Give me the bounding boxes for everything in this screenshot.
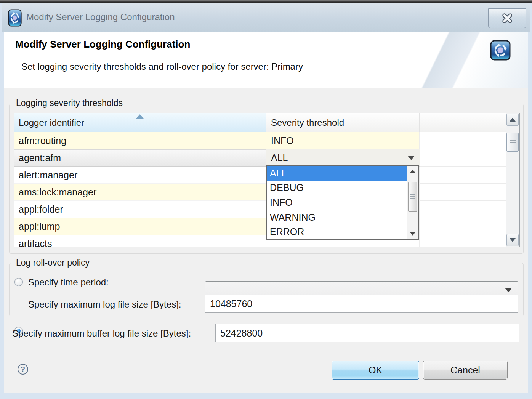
dialog-header: Modify Server Logging Configuration Set …: [4, 32, 528, 88]
dialog-content: Modify Server Logging Configuration Set …: [4, 32, 528, 393]
table-scrollbar[interactable]: [506, 113, 519, 247]
arrow-down-icon[interactable]: [410, 232, 416, 236]
logger-cell[interactable]: alert:manager: [14, 167, 266, 184]
logger-cell[interactable]: afm:routing: [14, 132, 266, 149]
dropdown-scrollbar[interactable]: [407, 166, 418, 239]
close-button[interactable]: [488, 8, 526, 28]
time-period-radio[interactable]: [14, 278, 23, 286]
dropdown-option-selected[interactable]: ALL: [267, 166, 407, 181]
app-config-icon: [8, 9, 22, 27]
dropdown-option[interactable]: WARNING: [267, 210, 407, 225]
chevron-down-icon: [505, 288, 512, 292]
titlebar[interactable]: Modify Server Logging Configuration: [2, 3, 530, 32]
chevron-down-icon: [408, 156, 415, 160]
severity-dropdown-list: ALL DEBUG INFO WARNING ERROR: [266, 165, 419, 240]
severity-cell[interactable]: INFO: [266, 132, 420, 149]
scrollbar-thumb[interactable]: [506, 133, 519, 152]
table-row-selected[interactable]: agent:afm ALL: [14, 149, 519, 167]
buffer-size-label: Specify maximum buffer log file size [By…: [12, 328, 191, 339]
logger-cell[interactable]: agent:afm: [14, 149, 266, 167]
dropdown-option[interactable]: ERROR: [267, 224, 407, 239]
logger-cell[interactable]: artifacts: [14, 235, 266, 247]
wizard-config-icon: [490, 40, 511, 61]
window-title: Modify Server Logging Configuration: [26, 12, 175, 22]
table-header-row: Logger identifier Severity threshold: [14, 113, 519, 132]
close-icon: [501, 12, 514, 25]
sort-ascending-icon: [136, 114, 144, 119]
dropdown-options: ALL DEBUG INFO WARNING ERROR: [267, 166, 407, 239]
cancel-button[interactable]: Cancel: [423, 361, 508, 380]
ok-button-label: OK: [369, 365, 382, 376]
logger-cell[interactable]: ams:lock:manager: [14, 184, 266, 201]
scroll-down-button[interactable]: [506, 234, 519, 246]
ok-button[interactable]: OK: [332, 361, 419, 380]
max-log-size-input[interactable]: [205, 295, 518, 313]
severity-combo-value: ALL: [271, 152, 288, 163]
column-header-logger-label: Logger identifier: [19, 117, 84, 128]
column-header-filler: [420, 113, 519, 132]
footer-separator: [4, 350, 528, 350]
scrollbar-thumb[interactable]: [408, 182, 417, 212]
column-header-severity-label: Severity threshold: [271, 117, 344, 128]
time-period-label: Specify time period:: [28, 277, 109, 288]
buffer-size-input[interactable]: [215, 324, 519, 342]
page-title: Modify Server Logging Configuration: [15, 38, 190, 50]
max-log-size-label: Specify maximum log file size [Bytes]:: [28, 299, 181, 310]
modify-server-logging-dialog: Modify Server Logging Configuration Modi…: [0, 0, 532, 399]
combo-open-button[interactable]: [402, 149, 420, 166]
column-header-logger[interactable]: Logger identifier: [14, 113, 266, 132]
arrow-up-icon[interactable]: [410, 170, 416, 173]
cancel-button-label: Cancel: [450, 365, 480, 376]
column-header-severity[interactable]: Severity threshold: [266, 113, 420, 132]
dropdown-option[interactable]: DEBUG: [267, 181, 407, 195]
thumb-grip-icon: [510, 140, 516, 145]
logger-cell[interactable]: appl:lump: [14, 218, 266, 235]
page-subtitle: Set logging severity thresholds and roll…: [21, 61, 303, 72]
arrow-down-icon: [510, 238, 516, 242]
scroll-up-button[interactable]: [506, 114, 519, 126]
table-row[interactable]: afm:routing INFO: [14, 132, 519, 149]
help-button[interactable]: ?: [18, 364, 28, 375]
arrow-up-icon: [510, 118, 516, 122]
rollover-group-label: Log roll-over policy: [14, 258, 92, 268]
logger-cell[interactable]: appl:folder: [14, 201, 266, 218]
help-icon: ?: [21, 365, 25, 373]
thumb-grip-icon: [410, 194, 415, 199]
window-top-edge: [0, 0, 532, 3]
dropdown-option[interactable]: INFO: [267, 195, 407, 210]
thresholds-group-label: Logging severity thresholds: [14, 98, 125, 108]
severity-combo-editor[interactable]: ALL: [266, 149, 420, 167]
